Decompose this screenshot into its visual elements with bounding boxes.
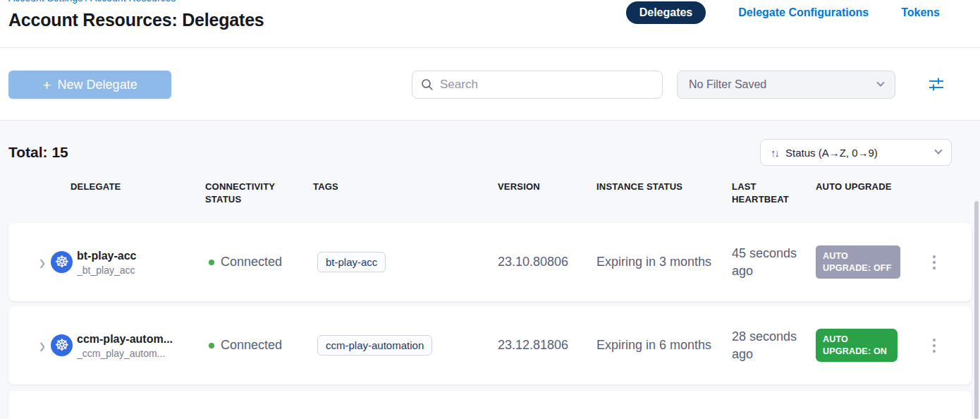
delegate-cell: › ☸ bt-play-acc _bt_play_acc xyxy=(8,248,205,276)
table-row-partial[interactable] xyxy=(8,391,972,419)
column-header-auto-upgrade: AUTO UPGRADE xyxy=(816,181,920,193)
instance-status-cell: Expiring in 3 months xyxy=(596,255,732,269)
saved-filter-dropdown[interactable]: No Filter Saved xyxy=(677,71,895,99)
vertical-scrollbar[interactable] xyxy=(974,201,979,419)
auto-upgrade-cell: AUTO UPGRADE: ON xyxy=(816,329,920,362)
kebab-menu-icon[interactable] xyxy=(930,253,938,272)
total-count-label: Total: 15 xyxy=(8,144,68,161)
delegate-cell: › ☸ ccm-play-autom... _ccm_play_autom... xyxy=(8,332,205,359)
delegate-name[interactable]: ccm-play-autom... xyxy=(77,333,173,345)
connectivity-status: Connected xyxy=(221,255,282,269)
kubernetes-icon: ☸ xyxy=(51,334,73,356)
connected-status-dot xyxy=(209,260,214,265)
last-heartbeat-cell: 45 seconds ago xyxy=(732,245,816,279)
delegate-name[interactable]: bt-play-acc xyxy=(77,250,136,262)
search-input[interactable] xyxy=(440,78,654,92)
delegate-identifier: _bt_play_acc xyxy=(77,265,136,276)
row-menu-cell xyxy=(920,253,972,272)
instance-status-cell: Expiring in 6 months xyxy=(596,338,732,353)
row-menu-cell xyxy=(920,336,972,356)
kebab-menu-icon[interactable] xyxy=(930,336,938,356)
summary-row: Total: 15 ↑↓ Status (A→Z, 0→9) xyxy=(8,121,972,166)
tag-chip: ccm-play-automation xyxy=(317,335,432,356)
expand-row-chevron-icon[interactable]: › xyxy=(39,251,45,273)
chevron-down-icon xyxy=(876,79,884,87)
resource-tabs: Delegates Delegate Configurations Tokens xyxy=(626,1,940,24)
connected-status-dot xyxy=(209,343,214,348)
chevron-down-icon xyxy=(934,147,942,154)
tags-cell: ccm-play-automation xyxy=(313,335,498,356)
toolbar: + New Delegate No Filter Saved xyxy=(0,48,980,121)
column-header-last-heartbeat: LAST HEARTBEAT xyxy=(732,181,816,205)
version-cell: 23.12.81806 xyxy=(498,338,596,353)
table-header-row: DELEGATE CONNECTIVITY STATUS TAGS VERSIO… xyxy=(8,181,972,205)
delegates-list-section: Total: 15 ↑↓ Status (A→Z, 0→9) DELEGATE … xyxy=(0,121,980,418)
filter-sliders-icon xyxy=(928,76,945,92)
column-header-version: VERSION xyxy=(498,181,596,193)
column-header-tags: TAGS xyxy=(313,181,498,193)
plus-icon: + xyxy=(42,78,51,92)
new-delegate-button[interactable]: + New Delegate xyxy=(8,71,171,99)
tab-delegate-configurations[interactable]: Delegate Configurations xyxy=(738,6,869,19)
auto-upgrade-badge: AUTO UPGRADE: OFF xyxy=(816,245,900,279)
auto-upgrade-cell: AUTO UPGRADE: OFF xyxy=(816,245,920,279)
tab-tokens[interactable]: Tokens xyxy=(901,6,940,19)
version-cell: 23.10.80806 xyxy=(498,255,596,269)
column-header-instance-status: INSTANCE STATUS xyxy=(596,181,732,193)
column-header-connectivity-status: CONNECTIVITY STATUS xyxy=(205,181,313,205)
last-heartbeat-cell: 28 seconds ago xyxy=(732,328,816,363)
search-box[interactable] xyxy=(412,71,663,99)
table-row[interactable]: › ☸ bt-play-acc _bt_play_acc Connected b… xyxy=(8,223,972,301)
auto-upgrade-badge: AUTO UPGRADE: ON xyxy=(816,329,898,362)
filter-settings-button[interactable] xyxy=(926,76,946,93)
page-header: Account Settings / Account Resources Acc… xyxy=(0,0,980,48)
connectivity-status: Connected xyxy=(221,338,282,353)
tags-cell: bt-play-acc xyxy=(313,252,498,272)
column-header-delegate: DELEGATE xyxy=(8,181,205,193)
delegate-identifier: _ccm_play_autom... xyxy=(77,348,173,359)
saved-filter-value: No Filter Saved xyxy=(689,78,878,91)
expand-row-chevron-icon[interactable]: › xyxy=(39,334,45,356)
tag-chip: bt-play-acc xyxy=(317,252,386,272)
connectivity-cell: Connected xyxy=(205,255,313,269)
search-icon xyxy=(421,78,434,91)
table-row[interactable]: › ☸ ccm-play-autom... _ccm_play_autom...… xyxy=(8,306,972,384)
sort-dropdown[interactable]: ↑↓ Status (A→Z, 0→9) xyxy=(760,139,952,166)
sort-arrows-icon: ↑↓ xyxy=(771,147,778,159)
kubernetes-icon: ☸ xyxy=(51,251,73,273)
connectivity-cell: Connected xyxy=(205,338,313,353)
tab-delegates[interactable]: Delegates xyxy=(626,1,706,24)
sort-value: Status (A→Z, 0→9) xyxy=(785,147,929,159)
new-delegate-label: New Delegate xyxy=(58,78,137,92)
